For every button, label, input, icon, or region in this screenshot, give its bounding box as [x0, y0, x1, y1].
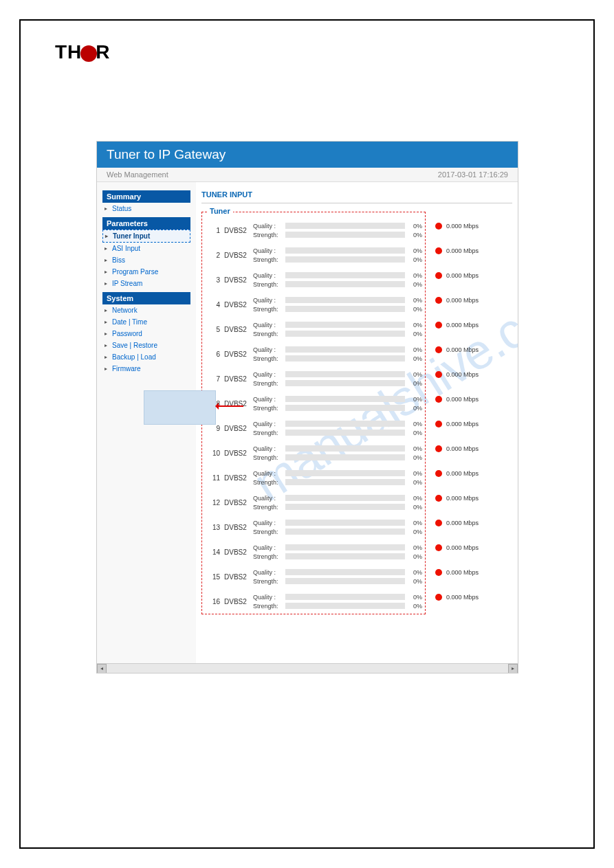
quality-bar: [285, 297, 405, 303]
scroll-left-button[interactable]: ◂: [97, 664, 107, 674]
tuner-row[interactable]: 9DVBS2Quality :0%Strength:0%: [205, 416, 422, 441]
tuner-bars: Quality :0%Strength:0%: [249, 592, 422, 610]
tuner-row[interactable]: 16DVBS2Quality :0%Strength:0%: [205, 589, 422, 614]
sidebar-item-save-restore[interactable]: Save | Restore: [102, 340, 190, 351]
tuner-bars: Quality :0%Strength:0%: [249, 419, 422, 437]
bitrate-value: 0.000 Mbps: [446, 396, 479, 403]
tuner-type: DVBS2: [220, 499, 249, 507]
tuner-bars: Quality :0%Strength:0%: [249, 568, 422, 586]
quality-value: 0%: [407, 520, 422, 526]
status-dot-icon: [435, 544, 442, 551]
rate-row: 0.000 Mbps: [435, 412, 504, 436]
tuner-index: 9: [205, 425, 220, 432]
rate-row: 0.000 Mbps: [435, 214, 504, 238]
tuner-row[interactable]: 1DVBS2Quality :0%Strength:0%: [205, 218, 422, 243]
strength-bar: [285, 380, 405, 386]
bitrate-value: 0.000 Mbps: [446, 569, 479, 576]
status-dot-icon: [435, 272, 442, 279]
quality-label: Quality :: [253, 297, 283, 304]
quality-value: 0%: [407, 272, 422, 279]
sidebar-item-asi-input[interactable]: ASI Input: [102, 243, 190, 254]
tuner-row[interactable]: 6DVBS2Quality :0%Strength:0%: [205, 342, 422, 366]
strength-bar: [285, 355, 405, 361]
timestamp: 2017-03-01 17:16:29: [438, 170, 508, 179]
scroll-right-button[interactable]: ▸: [508, 664, 518, 674]
horizontal-scrollbar[interactable]: ◂ ▸: [97, 663, 518, 673]
tuner-row[interactable]: 3DVBS2Quality :0%Strength:0%: [205, 267, 422, 292]
tuner-row[interactable]: 14DVBS2Quality :0%Strength:0%: [205, 539, 422, 564]
sidebar-item-password[interactable]: Password: [102, 328, 190, 340]
bitrate-value: 0.000 Mbps: [446, 594, 479, 601]
strength-value: 0%: [407, 479, 422, 486]
tuner-row[interactable]: 4DVBS2Quality :0%Strength:0%: [205, 292, 422, 317]
tuner-row[interactable]: 15DVBS2Quality :0%Strength:0%: [205, 564, 422, 589]
strength-value: 0%: [407, 232, 422, 238]
tuner-type: DVBS2: [220, 425, 249, 432]
sidebar-item-tuner-input[interactable]: Tuner Input: [102, 230, 190, 243]
quality-label: Quality :: [253, 445, 283, 452]
bitrate-value: 0.000 Mbps: [446, 247, 479, 254]
globe-icon: [80, 45, 97, 62]
quality-value: 0%: [407, 396, 422, 403]
quality-label: Quality :: [253, 520, 283, 526]
tuner-row[interactable]: 8DVBS2Quality :0%Strength:0%: [205, 391, 422, 416]
quality-bar: [285, 544, 405, 550]
tuner-type: DVBS2: [220, 548, 249, 556]
sidebar-item-biss[interactable]: Biss: [102, 254, 190, 266]
strength-bar: [285, 553, 405, 559]
tuner-row[interactable]: 2DVBS2Quality :0%Strength:0%: [205, 243, 422, 267]
sidebar-item-date-time[interactable]: Date | Time: [102, 316, 190, 328]
tuner-row[interactable]: 13DVBS2Quality :0%Strength:0%: [205, 515, 422, 539]
tuner-type: DVBS2: [220, 524, 249, 531]
strength-bar: [285, 331, 405, 337]
tuner-row[interactable]: 5DVBS2Quality :0%Strength:0%: [205, 317, 422, 342]
sidebar-item-firmware[interactable]: Firmware: [102, 363, 190, 375]
quality-bar: [285, 594, 405, 600]
quality-bar: [285, 322, 405, 328]
strength-value: 0%: [407, 355, 422, 362]
sidebar-item-network[interactable]: Network: [102, 304, 190, 316]
sidebar-item-status[interactable]: Status: [102, 203, 190, 214]
bitrate-value: 0.000 Mbps: [446, 371, 479, 378]
sidebar-item-ip-stream[interactable]: IP Stream: [102, 278, 190, 289]
quality-label: Quality :: [253, 396, 283, 403]
quality-bar: [285, 272, 405, 278]
strength-label: Strength:: [253, 430, 283, 436]
status-dot-icon: [435, 223, 442, 230]
strength-value: 0%: [407, 380, 422, 387]
sub-header-label: Web Management: [107, 170, 168, 179]
rate-row: 0.000 Mbps: [435, 436, 504, 461]
strength-label: Strength:: [253, 355, 283, 362]
status-dot-icon: [435, 322, 442, 329]
tuner-row[interactable]: 7DVBS2Quality :0%Strength:0%: [205, 366, 422, 391]
quality-label: Quality :: [253, 421, 283, 427]
strength-bar: [285, 306, 405, 312]
tuner-row[interactable]: 10DVBS2Quality :0%Strength:0%: [205, 441, 422, 465]
strength-value: 0%: [407, 603, 422, 610]
strength-label: Strength:: [253, 331, 283, 337]
brand-logo: THR: [55, 41, 111, 63]
tuner-type: DVBS2: [220, 252, 249, 259]
tuner-row[interactable]: 12DVBS2Quality :0%Strength:0%: [205, 490, 422, 515]
quality-label: Quality :: [253, 346, 283, 353]
rate-row: 0.000 Mbps: [435, 486, 504, 511]
quality-label: Quality :: [253, 569, 283, 576]
sidebar-item-backup-load[interactable]: Backup | Load: [102, 351, 190, 363]
sidebar-item-program-parse[interactable]: Program Parse: [102, 266, 190, 278]
quality-bar: [285, 495, 405, 501]
tuner-type: DVBS2: [220, 598, 249, 605]
bitrate-value: 0.000 Mbps: [446, 297, 479, 304]
status-dot-icon: [435, 520, 442, 526]
quality-value: 0%: [407, 297, 422, 304]
quality-bar: [285, 421, 405, 427]
strength-label: Strength:: [253, 454, 283, 461]
strength-label: Strength:: [253, 603, 283, 610]
quality-value: 0%: [407, 223, 422, 230]
tuner-row[interactable]: 11DVBS2Quality :0%Strength:0%: [205, 465, 422, 490]
tuner-index: 11: [205, 474, 220, 482]
quality-value: 0%: [407, 544, 422, 551]
section-title: TUNER INPUT: [201, 186, 512, 203]
bitrate-value: 0.000 Mbps: [446, 272, 479, 279]
quality-value: 0%: [407, 569, 422, 576]
window-title: Tuner to IP Gateway: [97, 142, 518, 168]
